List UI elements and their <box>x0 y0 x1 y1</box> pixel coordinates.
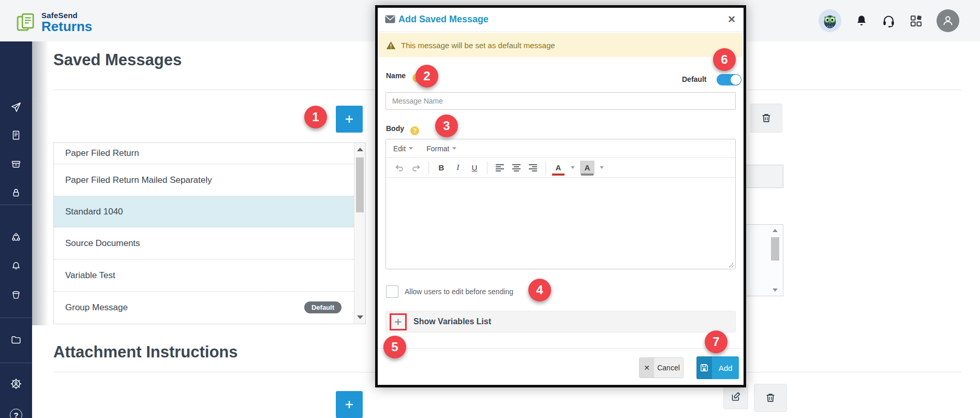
list-item[interactable]: Group Message Default <box>54 292 354 323</box>
attachment-instructions-title: Attachment Instructions <box>53 343 238 362</box>
annotation-step-7: 7 <box>705 330 727 353</box>
assistant-owl-avatar[interactable] <box>819 9 841 32</box>
name-label: Name <box>386 71 406 80</box>
safesend-logo-icon <box>16 12 36 33</box>
add-button[interactable]: Add <box>696 356 739 379</box>
annotation-step-2: 2 <box>415 65 438 88</box>
sidebar-item-documents[interactable] <box>0 125 32 146</box>
sidebar-divider <box>0 205 32 205</box>
annotation-step-5: 5 <box>383 336 406 358</box>
document-icon <box>10 129 22 141</box>
brand-name-bottom: Returns <box>41 20 92 33</box>
menu-edit[interactable]: Edit <box>393 145 413 153</box>
body-help-icon[interactable]: ? <box>410 126 419 135</box>
edit-attachment-button[interactable] <box>723 384 748 409</box>
add-attachment-instruction-button[interactable] <box>336 391 363 418</box>
chevron-down-icon[interactable] <box>600 166 604 169</box>
editor-toolbar: B I U A A <box>386 158 735 178</box>
annotation-step-3: 3 <box>435 114 458 137</box>
bell-outline-icon <box>10 261 22 272</box>
sidebar-divider <box>0 318 32 318</box>
annotation-step-1: 1 <box>304 106 327 128</box>
list-item[interactable]: Paper Filed Return <box>54 143 354 164</box>
close-icon[interactable]: × <box>728 12 735 26</box>
message-name-input[interactable] <box>385 92 736 110</box>
apps-grid-icon[interactable] <box>909 14 923 28</box>
sidebar-item-lock[interactable] <box>0 182 32 203</box>
background-color-button[interactable]: A <box>580 161 595 175</box>
help-icon: ? <box>10 409 22 418</box>
list-item-selected[interactable]: Standard 1040 <box>54 196 354 227</box>
list-item[interactable]: Paper Filed Return Mailed Separately <box>54 164 354 196</box>
sidebar-item-help[interactable]: ? <box>0 405 32 418</box>
italic-button[interactable]: I <box>451 161 465 175</box>
redo-icon[interactable] <box>409 161 423 175</box>
scrollbar-thumb[interactable] <box>771 237 779 261</box>
list-item[interactable]: Source Documents <box>54 227 354 260</box>
align-center-icon[interactable] <box>509 161 524 175</box>
text-color-button[interactable]: A <box>551 161 566 175</box>
annotation-step-4: 4 <box>528 279 551 301</box>
sidebar-item-recycle-bin[interactable] <box>0 284 32 305</box>
add-saved-message-button[interactable] <box>336 106 363 133</box>
trash-icon <box>761 112 772 124</box>
scroll-down-icon[interactable] <box>773 289 778 292</box>
underline-button[interactable]: U <box>467 161 482 175</box>
expand-variables-plus-icon[interactable] <box>391 315 405 329</box>
menu-format[interactable]: Format <box>426 145 456 153</box>
modal-header: Add Saved Message × <box>378 8 744 32</box>
cancel-button[interactable]: ✕ Cancel <box>639 357 684 378</box>
person-icon <box>941 14 955 27</box>
allow-edit-checkbox[interactable] <box>386 285 398 298</box>
sidebar-item-settings[interactable] <box>0 373 32 394</box>
left-navigation-sidebar: ? <box>0 41 32 418</box>
align-right-icon[interactable] <box>526 161 540 175</box>
footer-divider <box>378 348 744 349</box>
chevron-down-icon <box>452 147 456 150</box>
bold-button[interactable]: B <box>434 161 449 175</box>
default-message-warning: This message will be set as default mess… <box>379 33 743 57</box>
owl-icon <box>821 12 839 30</box>
chevron-down-icon[interactable] <box>571 166 575 169</box>
default-toggle[interactable] <box>717 74 741 85</box>
scroll-up-icon[interactable] <box>773 229 778 232</box>
notifications-bell-icon[interactable] <box>855 14 868 27</box>
resize-grip[interactable] <box>729 262 734 267</box>
delete-message-button[interactable] <box>750 104 782 133</box>
sidebar-item-share[interactable] <box>0 227 32 248</box>
saved-messages-list: Paper Filed Return Paper Filed Return Ma… <box>53 142 366 324</box>
warning-text: This message will be set as default mess… <box>401 41 555 50</box>
envelope-icon <box>385 15 395 23</box>
page-title: Saved Messages <box>53 51 182 69</box>
scroll-down-icon[interactable] <box>357 315 363 319</box>
bucket-icon <box>10 289 22 300</box>
undo-icon[interactable] <box>392 161 407 175</box>
sidebar-item-archive[interactable] <box>0 154 32 175</box>
plus-icon <box>345 114 354 124</box>
user-avatar[interactable] <box>937 9 959 32</box>
modal-title: Add Saved Message <box>398 14 488 25</box>
sidebar-divider <box>0 363 32 363</box>
annotation-step-6: 6 <box>713 48 736 71</box>
plus-icon <box>345 400 354 409</box>
safesend-logo[interactable]: SafeSend Returns <box>16 11 92 33</box>
editor-content-area[interactable] <box>386 178 735 269</box>
add-saved-message-modal: Add Saved Message × This message will be… <box>375 5 746 387</box>
brand-name-top: SafeSend <box>41 11 92 19</box>
gear-user-icon <box>10 378 22 390</box>
list-scrollbar[interactable] <box>354 143 365 324</box>
app-window: SafeSend Returns <box>0 0 980 418</box>
rich-text-editor: Edit Format B I U <box>385 139 736 269</box>
sidebar-item-notifications[interactable] <box>0 256 32 277</box>
sidebar-item-folders[interactable] <box>0 329 32 350</box>
sidebar-item-deliver[interactable] <box>0 97 32 118</box>
show-variables-bar[interactable]: Show Variables List <box>385 311 736 333</box>
align-left-icon[interactable] <box>493 161 507 175</box>
scroll-up-icon[interactable] <box>357 148 363 151</box>
toggle-knob <box>731 75 741 85</box>
scrollbar-thumb[interactable] <box>356 157 364 212</box>
support-headset-icon[interactable] <box>882 14 896 28</box>
delete-attachment-button[interactable] <box>754 384 787 412</box>
folder-icon <box>10 334 22 345</box>
list-item[interactable]: Variable Test <box>54 260 354 292</box>
